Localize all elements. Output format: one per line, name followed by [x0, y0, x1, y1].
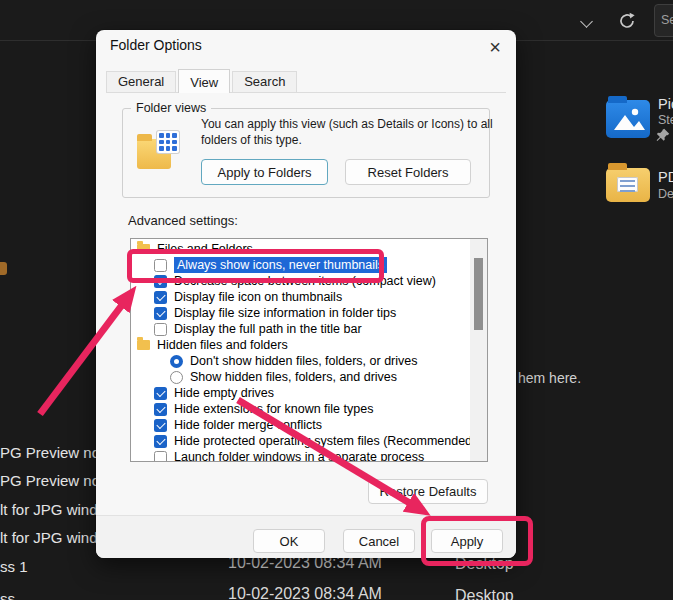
quick-access-item-subtitle: Ste — [658, 113, 673, 127]
item-display-file-icon[interactable]: Display file icon on thumbnails — [132, 289, 470, 305]
checkbox[interactable] — [154, 307, 167, 320]
folder-icon-sliver — [0, 262, 7, 275]
item-decrease-space[interactable]: Decrease space between items (compact vi… — [132, 273, 470, 289]
restore-defaults-button[interactable]: Restore Defaults — [368, 479, 488, 504]
item-hide-protected-files[interactable]: Hide protected operating system files (R… — [132, 433, 470, 449]
folder-icon — [137, 244, 150, 254]
file-name-fragment[interactable]: ss — [0, 590, 15, 600]
checkbox[interactable] — [154, 291, 167, 304]
item-show-hidden[interactable]: Show hidden files, folders, and drives — [132, 369, 470, 385]
tab-general[interactable]: General — [106, 71, 176, 92]
advanced-settings-label: Advanced settings: — [128, 213, 238, 228]
scrollbar-thumb[interactable] — [474, 258, 483, 330]
checkbox[interactable] — [154, 275, 167, 288]
groupbox-legend: Folder views — [131, 101, 211, 115]
checkbox[interactable] — [154, 387, 167, 400]
dialog-footer: OK Cancel Apply — [96, 515, 516, 558]
quick-access-hint-text: hem here. — [518, 370, 581, 386]
folder-views-icon — [137, 131, 179, 173]
location-cell: Desktop — [455, 587, 514, 600]
item-display-full-path[interactable]: Display the full path in the title bar — [132, 321, 470, 337]
quick-access-item-subtitle: De — [658, 187, 673, 201]
quick-access-item-label[interactable]: PD — [658, 169, 673, 185]
checkbox[interactable] — [154, 435, 167, 448]
tab-view[interactable]: View — [178, 69, 230, 93]
date-modified-cell: 10-02-2023 08:34 AM — [228, 585, 382, 600]
dialog-title: Folder Options — [110, 37, 202, 53]
close-icon[interactable]: × — [480, 34, 510, 61]
tab-strip: General View Search — [106, 70, 506, 93]
pictures-folder-icon[interactable] — [606, 100, 650, 138]
ok-button[interactable]: OK — [253, 529, 325, 553]
refresh-icon[interactable] — [617, 11, 637, 31]
checkbox[interactable] — [154, 403, 167, 416]
cancel-button[interactable]: Cancel — [343, 529, 415, 553]
apply-button[interactable]: Apply — [431, 529, 503, 553]
advanced-settings-list: Files and Folders Always show icons, nev… — [130, 238, 488, 462]
radio-button[interactable] — [170, 355, 183, 368]
folder-views-groupbox: Folder views You can apply this view (su… — [122, 108, 490, 198]
item-dont-show-hidden[interactable]: Don't show hidden files, folders, or dri… — [132, 353, 470, 369]
folder-icon — [137, 340, 150, 350]
item-hide-extensions[interactable]: Hide extensions for known file types — [132, 401, 470, 417]
checkbox[interactable] — [154, 323, 167, 336]
checkbox[interactable] — [154, 259, 167, 272]
folder-views-description: You can apply this view (such as Details… — [201, 116, 493, 148]
quick-access-item-label[interactable]: Pic — [658, 96, 673, 112]
folder-options-dialog: Folder Options × General View Search Fol… — [96, 30, 516, 558]
item-hide-empty-drives[interactable]: Hide empty drives — [132, 385, 470, 401]
screenshot-canvas: Se Pic Ste PD De hem here. PG Preview no… — [0, 0, 673, 600]
search-input[interactable]: Se — [654, 4, 673, 37]
checkbox[interactable] — [154, 451, 167, 463]
pdf-folder-icon[interactable] — [606, 168, 650, 202]
file-name-fragment[interactable]: ss 1 — [0, 558, 28, 575]
document-glyph — [617, 177, 638, 192]
group-files-and-folders: Files and Folders — [132, 241, 470, 257]
apply-to-folders-button[interactable]: Apply to Folders — [201, 159, 328, 185]
reset-folders-button[interactable]: Reset Folders — [345, 159, 471, 185]
item-always-show-icons[interactable]: Always show icons, never thumbnails — [132, 257, 470, 273]
checkbox[interactable] — [154, 419, 167, 432]
item-hide-merge-conflicts[interactable]: Hide folder merge conflicts — [132, 417, 470, 433]
radio-button[interactable] — [170, 371, 183, 384]
item-launch-separate-process[interactable]: Launch folder windows in a separate proc… — [132, 449, 470, 462]
scrollbar-track[interactable] — [470, 239, 487, 461]
item-display-file-size[interactable]: Display file size information in folder … — [132, 305, 470, 321]
chevron-down-icon[interactable] — [582, 17, 593, 28]
tab-search[interactable]: Search — [232, 71, 297, 92]
group-hidden-files: Hidden files and folders — [132, 337, 470, 353]
pin-icon — [656, 128, 670, 146]
